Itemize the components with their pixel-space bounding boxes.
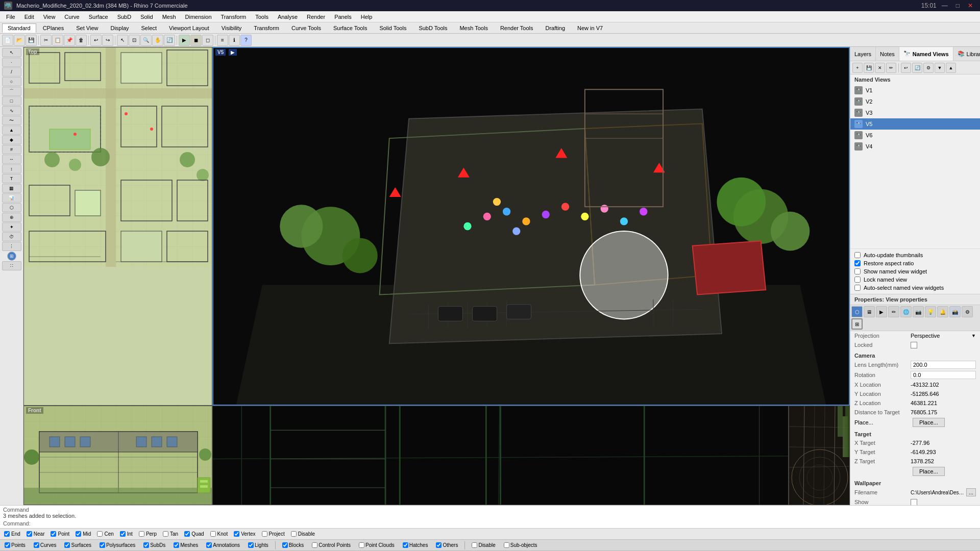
target-place-button[interactable]: Place...: [913, 467, 945, 476]
copy-button[interactable]: 📋: [52, 35, 63, 46]
dimension-tool[interactable]: ↕: [2, 164, 21, 173]
show-widget-check[interactable]: [854, 268, 861, 274]
delete-button[interactable]: 🗑: [76, 35, 87, 46]
snap-mid[interactable]: Mid: [76, 531, 91, 537]
more-tool[interactable]: ∷: [2, 261, 21, 270]
save-view-button[interactable]: 💾: [864, 63, 874, 73]
lock-view-row[interactable]: Lock named view: [854, 276, 976, 284]
analysis-tool[interactable]: 📊: [2, 193, 21, 203]
paste-button[interactable]: 📌: [64, 35, 75, 46]
filename-browse-button[interactable]: ...: [966, 488, 976, 496]
snap-mid-check[interactable]: [76, 531, 81, 537]
filter-lights[interactable]: Lights: [246, 542, 271, 548]
nv-item-v4[interactable]: 🔭 V4: [850, 141, 980, 152]
filter-subds-check[interactable]: [143, 542, 149, 548]
tab-notes[interactable]: Notes: [876, 47, 899, 61]
filter-blocks-check[interactable]: [282, 542, 288, 548]
minimize-button[interactable]: —: [939, 2, 951, 9]
freeform-tool[interactable]: 〜: [2, 116, 21, 125]
filter-disable-check[interactable]: [472, 542, 477, 548]
toolbar-tab-drafting[interactable]: Drafting: [540, 23, 571, 33]
toolbar-tab-mesh-tools[interactable]: Mesh Tools: [454, 23, 493, 33]
props-env-icon[interactable]: 🌐: [900, 306, 912, 317]
rotation-input[interactable]: [911, 371, 976, 379]
filter-annotations-check[interactable]: [206, 542, 212, 548]
toolbar-tab-visibility[interactable]: Visibility: [216, 23, 248, 33]
restore-view-button[interactable]: ↩: [901, 63, 911, 73]
projection-dropdown-icon[interactable]: ▼: [971, 333, 976, 338]
snap-disable-check[interactable]: [291, 531, 297, 537]
filter-blocks[interactable]: Blocks: [280, 542, 306, 548]
snap-near[interactable]: Near: [27, 531, 45, 537]
panel-down-button[interactable]: ▼: [935, 63, 945, 73]
toolbar-tab-viewport-layout[interactable]: Viewport Layout: [163, 23, 215, 33]
filter-sub-objects[interactable]: Sub-objects: [501, 542, 540, 548]
filter-polysurfaces-check[interactable]: [100, 542, 105, 548]
extra-tool[interactable]: ⋮: [2, 242, 21, 251]
hatch-tool[interactable]: ▦: [2, 184, 21, 193]
rotate-view-button[interactable]: 🔄: [164, 35, 175, 46]
snap-quad[interactable]: Quad: [184, 531, 204, 537]
nv-item-v2[interactable]: 🔭 V2: [850, 96, 980, 107]
toolbar-tab-display[interactable]: Display: [105, 23, 134, 33]
toolbar-tab-curve-tools[interactable]: Curve Tools: [286, 23, 327, 33]
menu-item-curve[interactable]: Curve: [60, 13, 83, 21]
select-tool[interactable]: ↖: [2, 48, 21, 57]
filter-curves-check[interactable]: [34, 542, 39, 548]
snap-vertex-check[interactable]: [234, 531, 239, 537]
props-light-icon[interactable]: 💡: [925, 306, 936, 317]
circle-tool[interactable]: ○: [2, 77, 21, 86]
filter-point-clouds-check[interactable]: [359, 542, 364, 548]
cut-button[interactable]: ✂: [40, 35, 52, 46]
menu-item-analyse[interactable]: Analyse: [274, 13, 302, 21]
help-button[interactable]: ?: [240, 35, 252, 46]
props-camera-icon[interactable]: 📷: [913, 306, 924, 317]
toolbar-tab-surface-tools[interactable]: Surface Tools: [328, 23, 373, 33]
toolbar-tab-select[interactable]: Select: [136, 23, 163, 33]
filter-surfaces-check[interactable]: [64, 542, 70, 548]
snap-project-check[interactable]: [262, 531, 267, 537]
curve-tool[interactable]: ∿: [2, 106, 21, 115]
toolbar-tab-subd-tools[interactable]: SubD Tools: [413, 23, 453, 33]
nv-item-v3[interactable]: 🔭 V3: [850, 107, 980, 118]
zoom-extents-button[interactable]: ⊡: [129, 35, 140, 46]
props-render-icon[interactable]: ▶: [876, 306, 887, 317]
snap-end-check[interactable]: [4, 531, 10, 537]
menu-item-help[interactable]: Help: [357, 13, 377, 21]
layer-button[interactable]: ≡: [217, 35, 228, 46]
snap-disable[interactable]: Disable: [291, 531, 315, 537]
filter-points[interactable]: Points: [2, 542, 28, 548]
nv-item-v5[interactable]: 🔭 V5: [850, 118, 980, 130]
props-display-icon[interactable]: 🖥: [864, 306, 875, 317]
menu-item-render[interactable]: Render: [303, 13, 329, 21]
filter-control-points[interactable]: Control Points: [309, 542, 353, 548]
filter-hatches-check[interactable]: [403, 542, 408, 548]
filter-polysurfaces[interactable]: Polysurfaces: [97, 542, 138, 548]
menu-item-solid[interactable]: Solid: [136, 13, 157, 21]
snap-perp-check[interactable]: [139, 531, 144, 537]
menu-item-dimension[interactable]: Dimension: [181, 13, 216, 21]
viewport-bottom-center[interactable]: [212, 406, 789, 505]
open-button[interactable]: 📂: [14, 35, 25, 46]
new-view-button[interactable]: +: [852, 63, 863, 73]
menu-item-mesh[interactable]: Mesh: [158, 13, 180, 21]
toolbar-tab-solid-tools[interactable]: Solid Tools: [374, 23, 412, 33]
toolbar-tab-transform[interactable]: Transform: [248, 23, 285, 33]
auto-select-row[interactable]: Auto-select named view widgets: [854, 284, 976, 292]
show-checkbox[interactable]: [911, 499, 917, 506]
toolbar-tab-new-in-v7[interactable]: New in V7: [572, 23, 608, 33]
filter-lights-check[interactable]: [248, 542, 254, 548]
filter-meshes-check[interactable]: [174, 542, 179, 548]
menu-item-edit[interactable]: Edit: [20, 13, 38, 21]
update-thumbnail-button[interactable]: 🔄: [912, 63, 922, 73]
tab-libraries[interactable]: 📚 Libraries: [953, 47, 980, 61]
menu-item-transform[interactable]: Transform: [217, 13, 251, 21]
restore-aspect-check[interactable]: [854, 260, 861, 266]
toolbar-tab-set-view[interactable]: Set View: [70, 23, 104, 33]
menu-item-file[interactable]: File: [2, 13, 19, 21]
filter-sub-objects-check[interactable]: [504, 542, 509, 548]
snap-vertex[interactable]: Vertex: [234, 531, 255, 537]
filter-points-check[interactable]: [5, 542, 10, 548]
rename-view-button[interactable]: ✏: [886, 63, 896, 73]
auto-update-row[interactable]: Auto-update thumbnails: [854, 251, 976, 259]
